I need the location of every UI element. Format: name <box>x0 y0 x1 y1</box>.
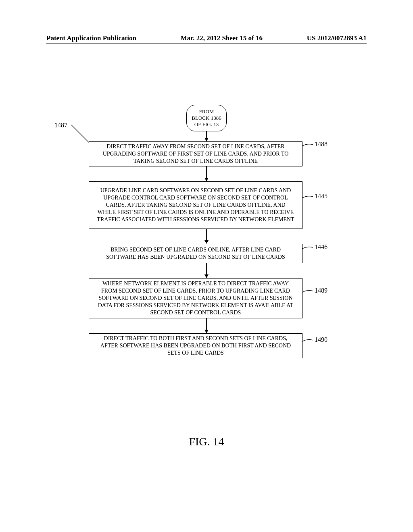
ref-label-1487: 1487 <box>54 122 67 129</box>
arrow-head-icon <box>204 274 209 278</box>
leader-line-1489 <box>302 289 314 296</box>
figure-caption: FIG. 14 <box>189 435 224 448</box>
flow-step-text: BRING SECOND SET OF LINE CARDS ONLINE, A… <box>96 246 295 261</box>
leader-line-1446 <box>302 245 314 252</box>
page-header: Patent Application Publication Mar. 22, … <box>0 34 413 42</box>
entry-line3: OF FIG. 13 <box>194 121 219 128</box>
flow-step-text: WHERE NETWORK ELEMENT IS OPERABLE TO DIR… <box>96 280 295 317</box>
arrow-head-icon <box>204 138 209 141</box>
leader-line-1445 <box>302 194 314 202</box>
leader-line-1488 <box>302 142 314 150</box>
arrow-connector <box>206 263 207 275</box>
ref-label-1489: 1489 <box>315 287 327 294</box>
entry-line1: FROM <box>199 108 214 115</box>
header-right: US 2012/0072893 A1 <box>307 34 367 42</box>
arrow-head-icon <box>204 330 209 333</box>
ref-label-1488: 1488 <box>315 141 327 148</box>
ref-label-1446: 1446 <box>315 243 327 251</box>
header-rule <box>46 44 367 44</box>
header-center: Mar. 22, 2012 Sheet 15 of 16 <box>181 34 263 42</box>
arrow-head-icon <box>204 178 209 181</box>
flow-step-1446: BRING SECOND SET OF LINE CARDS ONLINE, A… <box>89 244 302 263</box>
flow-step-text: DIRECT TRAFFIC AWAY FROM SECOND SET OF L… <box>96 143 295 165</box>
flowchart-entry-connector: FROM BLOCK 1386 OF FIG. 13 <box>186 105 227 131</box>
flow-step-1490: DIRECT TRAFFIC TO BOTH FIRST AND SECOND … <box>89 333 302 358</box>
flow-step-1489: WHERE NETWORK ELEMENT IS OPERABLE TO DIR… <box>89 278 302 318</box>
arrow-connector <box>206 229 207 241</box>
entry-line2: BLOCK 1386 <box>192 115 221 121</box>
arrow-connector <box>206 166 207 179</box>
ref-label-1490: 1490 <box>315 336 327 343</box>
arrow-head-icon <box>204 240 209 244</box>
flow-step-1445: UPGRADE LINE CARD SOFTWARE ON SECOND SET… <box>89 181 302 229</box>
ref-label-1445: 1445 <box>315 193 327 200</box>
flow-step-1488: DIRECT TRAFFIC AWAY FROM SECOND SET OF L… <box>89 141 302 166</box>
header-left: Patent Application Publication <box>46 34 136 42</box>
arrow-connector <box>206 318 207 330</box>
leader-line-1490 <box>302 338 314 345</box>
flow-step-text: DIRECT TRAFFIC TO BOTH FIRST AND SECOND … <box>96 335 295 357</box>
flow-step-text: UPGRADE LINE CARD SOFTWARE ON SECOND SET… <box>96 187 295 224</box>
